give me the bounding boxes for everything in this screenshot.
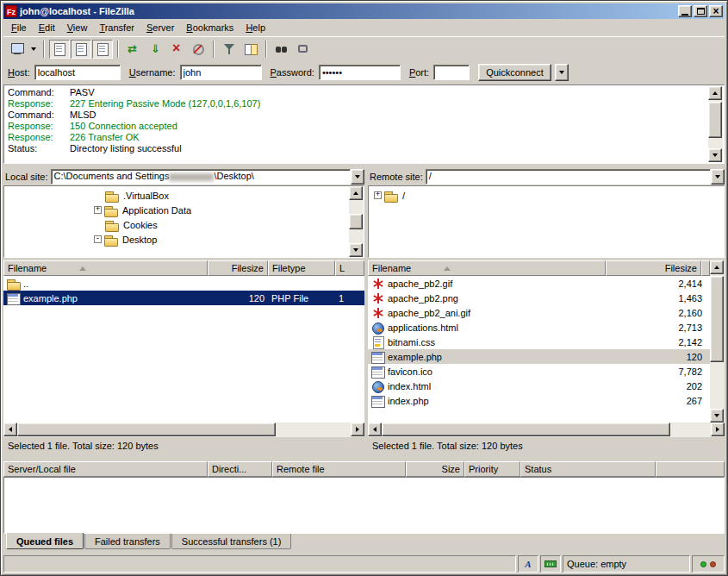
column-header-filesize[interactable]: Filesize xyxy=(606,260,701,276)
transfer-type-indicator[interactable]: A xyxy=(518,555,538,573)
local-site-combo[interactable]: C:\Documents and Settings\Desktop\ xyxy=(51,169,364,185)
scroll-track[interactable] xyxy=(708,100,723,148)
file-name: apache_pb2_ani.gif xyxy=(388,308,470,318)
tree-expander[interactable]: - xyxy=(94,235,102,243)
scroll-track[interactable] xyxy=(349,200,364,243)
menu-help[interactable]: Help xyxy=(240,21,271,34)
toggle-message-log-button[interactable] xyxy=(49,40,70,59)
scroll-track[interactable] xyxy=(17,423,351,437)
scroll-thumb[interactable] xyxy=(710,276,724,362)
tree-expander[interactable]: + xyxy=(94,206,102,214)
titlebar[interactable]: Fz john@localhost - FileZilla × xyxy=(3,3,725,19)
column-header-direction[interactable]: Directi... xyxy=(208,461,272,477)
process-queue-button[interactable] xyxy=(145,40,165,59)
scroll-left-button[interactable] xyxy=(3,423,17,436)
close-button[interactable]: × xyxy=(709,5,723,17)
scroll-down-button[interactable] xyxy=(710,409,724,423)
file-row-index-php[interactable]: index.php 267 xyxy=(368,393,710,408)
refresh-button[interactable] xyxy=(123,40,144,59)
encryption-indicator[interactable] xyxy=(540,555,561,573)
scroll-thumb[interactable] xyxy=(349,214,363,229)
scroll-up-button[interactable] xyxy=(710,260,724,274)
toggle-transfer-queue-button[interactable] xyxy=(92,40,113,59)
site-manager-button[interactable] xyxy=(7,40,28,59)
scroll-down-button[interactable] xyxy=(349,243,363,257)
quickconnect-button[interactable]: Quickconnect xyxy=(478,64,551,81)
file-row-example-php[interactable]: example.php 120 PHP File 1 xyxy=(3,291,364,305)
menu-edit[interactable]: Edit xyxy=(33,21,61,34)
column-header-filesize[interactable]: Filesize xyxy=(208,260,268,276)
tab-successful-transfers[interactable]: Successful transfers (1) xyxy=(171,534,292,549)
tree-item-application-data[interactable]: + Application Data xyxy=(4,203,349,217)
tab-failed-transfers[interactable]: Failed transfers xyxy=(84,534,171,549)
transfer-queue-list[interactable] xyxy=(3,477,725,534)
column-header-server-local-file[interactable]: Server/Local file xyxy=(3,461,208,477)
menu-bookmarks[interactable]: Bookmarks xyxy=(180,21,240,34)
tree-expander[interactable]: + xyxy=(374,191,382,199)
scroll-right-button[interactable] xyxy=(351,423,364,436)
file-row-parent-dir[interactable]: .. xyxy=(3,276,364,291)
file-row-applications-html[interactable]: applications.html 2,713 xyxy=(368,320,710,335)
local-list-hscrollbar[interactable] xyxy=(3,423,364,437)
local-site-dropdown[interactable] xyxy=(351,169,364,185)
scroll-track[interactable] xyxy=(382,423,711,437)
column-header-filename[interactable]: Filename xyxy=(368,260,606,276)
remote-list-hscrollbar[interactable] xyxy=(368,423,725,437)
filter-button[interactable] xyxy=(219,40,240,59)
menu-file[interactable]: File xyxy=(5,21,33,34)
menu-server[interactable]: Server xyxy=(140,21,180,34)
site-manager-dropdown[interactable] xyxy=(28,40,39,59)
directory-comparison-button[interactable] xyxy=(240,40,261,59)
tree-item-cookies[interactable]: Cookies xyxy=(4,217,349,232)
scroll-right-button[interactable] xyxy=(711,423,725,436)
file-row-favicon-ico[interactable]: favicon.ico 7,782 xyxy=(368,364,710,379)
log-scrollbar[interactable] xyxy=(708,86,723,162)
toggle-directory-trees-button[interactable] xyxy=(71,40,91,59)
scroll-track[interactable] xyxy=(710,274,725,409)
file-row-example-php[interactable]: example.php 120 xyxy=(368,349,710,364)
quickconnect-dropdown[interactable] xyxy=(555,64,569,81)
column-header-last-modified[interactable]: L xyxy=(335,260,364,276)
horizontal-splitter[interactable] xyxy=(3,454,725,461)
local-tree-scrollbar[interactable] xyxy=(349,186,364,257)
file-row-apache-pb2-png[interactable]: apache_pb2.png 1,463 xyxy=(368,291,710,305)
scroll-thumb[interactable] xyxy=(17,423,276,436)
tab-queued-files[interactable]: Queued files xyxy=(6,533,84,549)
disconnect-button[interactable] xyxy=(188,40,208,59)
remote-site-dropdown[interactable] xyxy=(711,169,725,185)
tree-item-desktop[interactable]: - Desktop xyxy=(4,232,349,247)
column-header-remote-file[interactable]: Remote file xyxy=(272,461,406,477)
scroll-thumb[interactable] xyxy=(708,102,722,138)
menu-view[interactable]: View xyxy=(61,21,94,34)
maximize-button[interactable] xyxy=(694,5,707,17)
cancel-operation-button[interactable] xyxy=(166,40,187,59)
file-row-index-html[interactable]: index.html 202 xyxy=(368,379,710,393)
scroll-down-button[interactable] xyxy=(708,148,722,162)
minimize-button[interactable] xyxy=(678,5,692,17)
port-input[interactable] xyxy=(433,65,470,80)
scroll-left-button[interactable] xyxy=(368,423,382,436)
settings-button[interactable] xyxy=(293,40,314,59)
remote-list-scrollbar[interactable] xyxy=(710,260,725,423)
scroll-up-button[interactable] xyxy=(708,86,722,100)
tree-item-root[interactable]: + / xyxy=(369,188,724,203)
file-row-apache-pb2-gif[interactable]: apache_pb2.gif 2,414 xyxy=(368,276,710,291)
column-header-status[interactable]: Status xyxy=(520,461,656,477)
find-files-button[interactable] xyxy=(271,40,292,59)
username-input[interactable] xyxy=(180,65,262,80)
column-header-priority[interactable]: Priority xyxy=(464,461,520,477)
remote-site-combo[interactable]: / xyxy=(426,169,725,185)
menu-transfer[interactable]: Transfer xyxy=(93,21,140,34)
host-input[interactable] xyxy=(34,65,121,80)
remote-path-field[interactable]: / xyxy=(426,169,711,185)
column-header-filename[interactable]: Filename xyxy=(3,260,208,276)
column-header-size[interactable]: Size xyxy=(406,461,464,477)
scroll-up-button[interactable] xyxy=(349,186,363,200)
local-path-field[interactable]: C:\Documents and Settings\Desktop\ xyxy=(51,169,351,185)
file-row-apache-pb2-ani-gif[interactable]: apache_pb2_ani.gif 2,160 xyxy=(368,305,710,320)
tree-item-virtualbox[interactable]: .VirtualBox xyxy=(4,188,349,203)
scroll-thumb[interactable] xyxy=(382,423,670,436)
file-row-bitnami-css[interactable]: bitnami.css 2,142 xyxy=(368,335,710,349)
password-input[interactable] xyxy=(319,65,401,80)
column-header-filetype[interactable]: Filetype xyxy=(268,260,335,276)
